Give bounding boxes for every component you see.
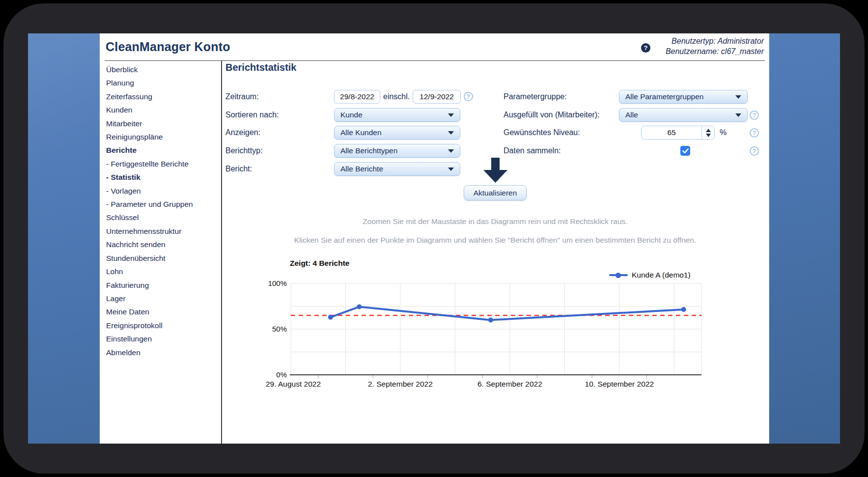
sidebar-nav: ÜberblickPlanungZeiterfassungKundenMitar… xyxy=(106,63,219,359)
legend-dot-marker xyxy=(616,273,621,278)
zeitraum-label: Zeitraum: xyxy=(225,92,259,102)
chevron-down-icon xyxy=(448,113,454,117)
zoom-hint-text: Zoomen Sie mit der Maustaste in das Diag… xyxy=(221,217,769,226)
date-to-input[interactable] xyxy=(413,90,461,104)
anzeigen-value: Alle Kunden xyxy=(340,128,382,137)
niveau-spin-buttons[interactable] xyxy=(701,126,714,139)
user-type-text: Benutzertyp: Administrator xyxy=(666,36,764,46)
svg-text:29. August 2022: 29. August 2022 xyxy=(266,380,321,388)
page-title: Berichtstatistik xyxy=(225,62,297,73)
sidebar-item-meine-daten[interactable]: Meine Daten xyxy=(106,305,219,318)
sidebar-item-stundenuebersicht[interactable]: Stundenübersicht xyxy=(106,252,219,265)
sidebar-item-lohn[interactable]: Lohn xyxy=(106,265,219,278)
sidebar-item-schluessel[interactable]: Schlüssel xyxy=(106,211,219,224)
sidebar-item-zeiterfassung[interactable]: Zeiterfassung xyxy=(106,90,219,103)
user-name-text: Benutzername: cl67_master xyxy=(666,46,764,56)
ausgefuellt-select[interactable]: Alle xyxy=(619,108,748,122)
spin-up-icon[interactable] xyxy=(706,129,711,132)
chevron-down-icon xyxy=(448,149,454,153)
legend-line-marker xyxy=(609,274,628,276)
sidebar-item-statistik[interactable]: - Statistik xyxy=(106,170,219,184)
chart-title: Zeigt: 4 Berichte xyxy=(290,259,349,268)
sidebar-divider xyxy=(221,61,222,444)
app-title: CleanManager Konto xyxy=(106,40,230,54)
bericht-value: Alle Berichte xyxy=(340,165,383,173)
sidebar-item-lager[interactable]: Lager xyxy=(106,292,219,305)
statistics-chart[interactable]: 0%50%100%29. August 20222. September 202… xyxy=(255,279,710,394)
user-info: Benutzertyp: Administrator Benutzername:… xyxy=(666,36,764,56)
svg-text:2. September 2022: 2. September 2022 xyxy=(368,380,433,388)
ausgefuellt-value: Alle xyxy=(625,111,638,119)
einschl-label: einschl. xyxy=(383,92,410,102)
daten-sammeln-checkbox[interactable] xyxy=(680,146,690,156)
legend-label: Kunde A (demo1) xyxy=(632,271,691,280)
svg-text:50%: 50% xyxy=(272,325,287,333)
niveau-unit-label: % xyxy=(720,128,727,138)
sidebar-item-planung[interactable]: Planung xyxy=(106,76,219,89)
chart-legend: Kunde A (demo1) xyxy=(609,271,691,280)
sidebar-item-nachricht-senden[interactable]: Nachricht senden xyxy=(106,238,219,251)
parametergruppe-value: Alle Parametergruppen xyxy=(625,92,703,101)
sidebar-item-berichte[interactable]: Berichte xyxy=(106,143,219,157)
berichttyp-label: Berichttyp: xyxy=(225,146,263,156)
parametergruppe-select[interactable]: Alle Parametergruppen xyxy=(619,90,748,104)
sidebar-item-ereignisprotokoll[interactable]: Ereignisprotokoll xyxy=(106,319,219,332)
anzeigen-label: Anzeigen: xyxy=(225,128,260,138)
chevron-down-icon xyxy=(448,168,454,171)
header-divider xyxy=(105,60,765,61)
niveau-spinner xyxy=(641,126,715,140)
spin-down-icon[interactable] xyxy=(706,134,711,137)
anzeigen-select[interactable]: Alle Kunden xyxy=(334,126,460,140)
sidebar-item-fakturierung[interactable]: Fakturierung xyxy=(106,279,219,292)
sidebar-item-ueberblick[interactable]: Überblick xyxy=(106,63,219,76)
sidebar-item-einstellungen[interactable]: Einstellungen xyxy=(106,332,219,345)
app-window: CleanManager Konto ? Benutzertyp: Admini… xyxy=(100,33,769,444)
aktualisieren-button[interactable]: Aktualisieren xyxy=(464,185,527,200)
sidebar-item-fertiggestellte-berichte[interactable]: - Fertiggestellte Berichte xyxy=(106,157,219,170)
ausgefuellt-help-icon[interactable]: ? xyxy=(750,111,759,120)
chevron-down-icon xyxy=(735,95,741,99)
zeitraum-help-icon[interactable]: ? xyxy=(464,92,473,101)
parametergruppe-label: Parametergruppe: xyxy=(504,92,567,102)
sidebar-item-reinigungsplaene[interactable]: Reinigungspläne xyxy=(106,130,219,143)
berichttyp-select[interactable]: Alle Berichttypen xyxy=(334,144,460,158)
niveau-label: Gewünschtes Niveau: xyxy=(504,128,580,138)
daten-sammeln-help-icon[interactable]: ? xyxy=(750,146,759,156)
bericht-label: Bericht: xyxy=(225,164,252,174)
svg-text:10. September 2022: 10. September 2022 xyxy=(585,380,654,388)
sortieren-select[interactable]: Kunde xyxy=(334,108,460,122)
niveau-input[interactable] xyxy=(642,126,701,139)
berichttyp-value: Alle Berichttypen xyxy=(340,146,397,155)
ausgefuellt-label: Ausgefüllt von (Mitarbeiter): xyxy=(504,110,600,120)
sidebar-item-unternehmensstruktur[interactable]: Unternehmensstruktur xyxy=(106,224,219,238)
sidebar-item-vorlagen[interactable]: - Vorlagen xyxy=(106,184,219,197)
sidebar-item-kunden[interactable]: Kunden xyxy=(106,103,219,116)
svg-text:6. September 2022: 6. September 2022 xyxy=(477,380,542,388)
down-arrow-icon xyxy=(483,158,508,183)
daten-sammeln-label: Daten sammeln: xyxy=(504,146,561,156)
niveau-help-icon[interactable]: ? xyxy=(750,128,759,138)
click-hint-text: Klicken Sie auf einen der Punkte im Diag… xyxy=(221,236,769,245)
chevron-down-icon xyxy=(735,113,741,117)
chevron-down-icon xyxy=(448,131,454,135)
sidebar-item-abmelden[interactable]: Abmelden xyxy=(106,346,219,359)
date-from-input[interactable] xyxy=(334,90,380,104)
question-mark-glyph: ? xyxy=(644,44,648,52)
sortieren-label: Sortieren nach: xyxy=(225,110,279,120)
header-help-icon[interactable]: ? xyxy=(641,43,650,53)
svg-text:100%: 100% xyxy=(268,279,287,287)
bericht-select[interactable]: Alle Berichte xyxy=(334,162,460,176)
sidebar-item-mitarbeiter[interactable]: Mitarbeiter xyxy=(106,117,219,130)
sidebar-item-parameter-und-gruppen[interactable]: - Parameter und Gruppen xyxy=(106,197,219,211)
svg-text:0%: 0% xyxy=(276,370,287,379)
checkmark-icon xyxy=(682,148,689,154)
sortieren-value: Kunde xyxy=(340,111,363,119)
